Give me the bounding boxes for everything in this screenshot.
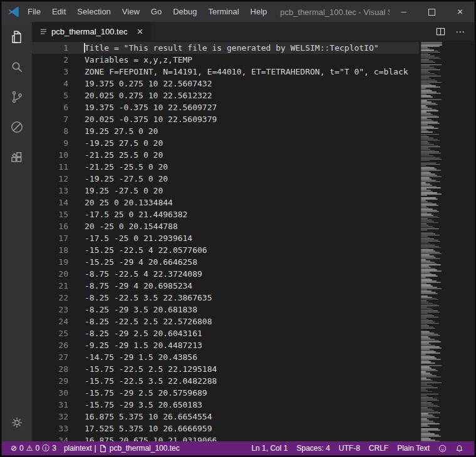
indentation-status[interactable]: Spaces: 4 [292, 441, 334, 455]
code-line[interactable]: 1620 -25 0 20.1544788 [32, 220, 419, 232]
code-line[interactable]: 19-15.25 -29 4 20.6646258 [32, 256, 419, 268]
code-line[interactable]: 21-8.75 -29 4 20.6985234 [32, 280, 419, 292]
vscode-logo-icon [8, 6, 19, 18]
code-line[interactable]: 2Variables = x,y,z,TEMP [32, 54, 419, 66]
tab-label: pcb_thermal_100.tec [51, 27, 127, 36]
extensions-icon[interactable] [2, 142, 32, 172]
debug-icon[interactable] [2, 112, 32, 142]
line-number: 6 [32, 101, 68, 113]
code-line[interactable]: 23-8.25 -29 3.5 20.681838 [32, 304, 419, 316]
close-icon[interactable]: ✕ [446, 2, 474, 22]
editor-group: pcb_thermal_100.tec ✕ ⋯ 1Title = "This r… [32, 22, 474, 441]
editor[interactable]: 1Title = "This result file is generated … [32, 41, 474, 441]
tab-pcb-thermal[interactable]: pcb_thermal_100.tec ✕ [32, 22, 151, 41]
code-line[interactable]: 10-21.25 25.5 0 20 [32, 149, 419, 161]
split-editor-icon[interactable] [436, 27, 445, 36]
code-line[interactable]: 11-21.25 -25.5 0 20 [32, 161, 419, 173]
code-line[interactable]: 3416.875 20.675 10 21.0319066 [32, 434, 419, 441]
line-text: -19.25 27.5 0 20 [85, 137, 163, 149]
line-text: -19.25 -27.5 0 20 [85, 173, 168, 185]
problems-status[interactable]: ⊘ 0 ⚠ 0 ⓘ 3 [8, 441, 59, 455]
code-line[interactable]: 15-17.5 25 0 21.4496382 [32, 208, 419, 220]
line-number: 18 [32, 244, 68, 256]
tab-close-icon[interactable]: ✕ [135, 26, 145, 36]
line-number: 28 [32, 363, 68, 375]
gear-icon[interactable] [2, 408, 32, 438]
more-actions-icon[interactable]: ⋯ [455, 27, 465, 36]
minimize-icon[interactable]: ─ [390, 2, 418, 22]
error-count: 0 [19, 444, 24, 453]
activity-bar [2, 22, 32, 441]
code-line[interactable]: 26-9.25 -29 1.5 20.4487213 [32, 339, 419, 351]
line-number: 16 [32, 220, 68, 232]
line-text: 20.025 0.275 10 22.5612322 [85, 90, 212, 101]
code-line[interactable]: 27-14.75 -29 1.5 20.43856 [32, 351, 419, 363]
line-number: 9 [32, 137, 68, 149]
info-icon: ⓘ [42, 444, 49, 452]
menu-file[interactable]: File [22, 2, 46, 22]
code-line[interactable]: 22-8.25 -22.5 3.5 22.3867635 [32, 292, 419, 304]
line-text: -15.75 -22.5 3.5 22.0482288 [85, 375, 217, 387]
explorer-icon[interactable] [2, 22, 32, 52]
line-text: 20.025 -0.375 10 22.5609379 [85, 113, 217, 125]
notifications-bell-icon[interactable] [451, 441, 468, 455]
line-text: -15.25 -29 4 20.6646258 [85, 256, 197, 268]
source-control-icon[interactable] [2, 82, 32, 112]
maximize-icon[interactable] [418, 2, 446, 22]
code-line[interactable]: 24-8.25 -22.5 2.5 22.5726808 [32, 316, 419, 327]
code-line[interactable]: 28-15.75 -22.5 2.5 22.1295184 [32, 363, 419, 375]
line-text: 19.375 0.275 10 22.5607432 [85, 78, 212, 90]
encoding-status[interactable]: UTF-8 [334, 441, 365, 455]
menu-terminal[interactable]: Terminal [202, 2, 244, 22]
code-line[interactable]: 25-8.25 -29 2.5 20.6043161 [32, 327, 419, 339]
code-line[interactable]: 17-17.5 -25 0 21.2939614 [32, 232, 419, 244]
line-number: 24 [32, 316, 68, 327]
warning-icon: ⚠ [26, 444, 33, 452]
menu-go[interactable]: Go [145, 2, 167, 22]
line-text: -15.75 -22.5 2.5 22.1295184 [85, 363, 217, 375]
code-line[interactable]: 12-19.25 -27.5 0 20 [32, 173, 419, 185]
line-number: 34 [32, 434, 68, 441]
code-line[interactable]: 619.375 -0.375 10 22.5609727 [32, 101, 419, 113]
cursor-position[interactable]: Ln 1, Col 1 [247, 441, 292, 455]
status-filename: pcb_thermal_100.tec [110, 444, 180, 453]
code-line[interactable]: 3216.875 5.375 10 26.6654554 [32, 411, 419, 423]
feedback-smiley-icon[interactable] [434, 441, 451, 455]
line-number: 12 [32, 173, 68, 185]
code-line[interactable]: 9-19.25 27.5 0 20 [32, 137, 419, 149]
code-line[interactable]: 419.375 0.275 10 22.5607432 [32, 78, 419, 90]
window-controls: ─ ✕ [390, 2, 474, 22]
code-line[interactable]: 1Title = "This result file is generated … [32, 42, 419, 54]
code-line[interactable]: 819.25 27.5 0 20 [32, 125, 419, 137]
search-icon[interactable] [2, 52, 32, 82]
code-line[interactable]: 18-15.25 -22.5 4 22.0577606 [32, 244, 419, 256]
code-line[interactable]: 720.025 -0.375 10 22.5609379 [32, 113, 419, 125]
code-line[interactable]: 3ZONE F=FEPOINT, N=14191, E=44010, ET=TE… [32, 66, 419, 78]
line-text: Title = "This result file is generated b… [85, 42, 379, 54]
mode-status[interactable]: plaintext | pcb_thermal_100.tec [61, 441, 182, 455]
code-line[interactable]: 1319.25 -27.5 0 20 [32, 185, 419, 197]
eol-status[interactable]: CRLF [365, 441, 393, 455]
code-line[interactable]: 31-15.75 -29 3.5 20.650183 [32, 399, 419, 411]
code-line[interactable]: 30-15.75 -29 2.5 20.5759689 [32, 387, 419, 399]
code-line[interactable]: 20-8.75 -22.5 4 22.3724089 [32, 268, 419, 280]
menu-debug[interactable]: Debug [167, 2, 202, 22]
line-text: -9.25 -29 1.5 20.4487213 [85, 339, 202, 351]
line-number: 3 [32, 66, 68, 78]
language-mode[interactable]: Plain Text [393, 441, 434, 455]
line-text: -15.75 -29 3.5 20.650183 [85, 399, 202, 411]
menu-selection[interactable]: Selection [71, 2, 116, 22]
minimap[interactable] [419, 41, 474, 441]
code-line[interactable]: 1420 25 0 20.1334844 [32, 197, 419, 208]
code-line[interactable]: 520.025 0.275 10 22.5612322 [32, 90, 419, 101]
code-line[interactable]: 3317.525 5.375 10 26.6666959 [32, 423, 419, 434]
line-number: 25 [32, 327, 68, 339]
menu-help[interactable]: Help [245, 2, 273, 22]
code-line[interactable]: 29-15.75 -22.5 3.5 22.0482288 [32, 375, 419, 387]
line-text: 20 25 0 20.1334844 [85, 197, 173, 208]
line-text: 20 -25 0 20.1544788 [85, 220, 178, 232]
line-number: 32 [32, 411, 68, 423]
line-number: 11 [32, 161, 68, 173]
menu-edit[interactable]: Edit [46, 2, 71, 22]
menu-view[interactable]: View [116, 2, 145, 22]
